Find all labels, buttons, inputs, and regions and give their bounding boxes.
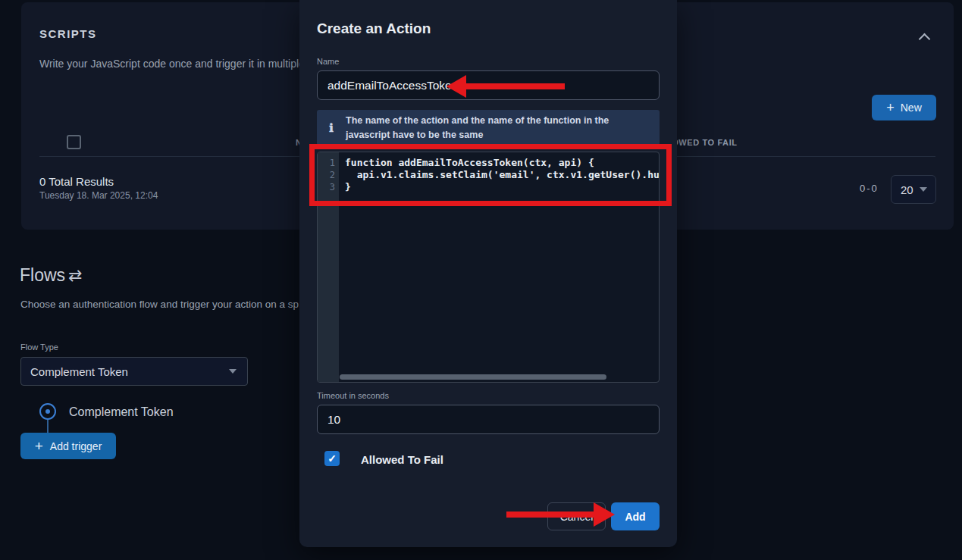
flow-type-selected-value: Complement Token [30,365,128,378]
new-script-button[interactable]: + New [872,95,936,120]
page-size-dropdown[interactable]: 20 [891,175,936,204]
flow-node-circle-icon [39,403,56,420]
scripts-card-description: Write your JavaScript code once and trig… [39,58,305,70]
create-action-modal: Create an Action Name ℹ The name of the … [299,0,677,547]
flow-type-select[interactable]: Complement Token [20,357,248,386]
horizontal-scrollbar[interactable] [340,374,606,380]
allowed-to-fail-checkbox[interactable]: ✓ [324,451,340,466]
annotation-box-code-editor [309,144,672,206]
caret-down-icon [229,369,237,374]
total-results-text: 0 Total Results [39,175,114,188]
new-script-button-label: New [901,102,922,114]
plus-icon: + [35,439,43,453]
annotation-arrow-add-button-head [594,502,615,527]
add-trigger-button-label: Add trigger [50,440,102,452]
info-icon: ℹ [317,121,346,135]
check-icon: ✓ [327,452,337,465]
info-banner: ℹ The name of the action and the name of… [317,110,660,145]
annotation-arrow-add-button [506,512,594,518]
add-button[interactable]: Add [611,502,660,530]
annotation-arrow-name-field [465,83,565,89]
modal-title: Create an Action [317,20,431,37]
add-trigger-button[interactable]: + Add trigger [20,433,116,459]
collapse-chevron-up-icon[interactable] [920,33,929,42]
flow-type-label: Flow Type [20,343,58,352]
select-all-checkbox[interactable] [67,135,81,149]
allowed-to-fail-label: Allowed To Fail [361,453,443,466]
app-screen: SCRIPTS Write your JavaScript code once … [0,0,962,560]
flows-section-description: Choose an authentication flow and trigge… [20,299,299,310]
swap-arrows-icon: ⇄ [68,266,82,286]
pagination-range: 0-0 [860,183,879,194]
timeout-field-label: Timeout in seconds [317,391,389,400]
plus-icon: + [886,101,895,114]
caret-down-icon [920,187,927,192]
flows-section-title: Flows [20,265,65,286]
page-size-value: 20 [901,183,913,196]
timeout-input[interactable] [317,405,660,434]
scripts-card-title: SCRIPTS [39,27,97,40]
flow-node-label: Complement Token [69,405,174,419]
info-banner-text: The name of the action and the name of t… [346,114,660,141]
last-updated-timestamp: Tuesday 18. Mar 2025, 12:04 [39,190,158,201]
annotation-arrow-name-field-head [447,75,466,98]
name-field-label: Name [317,57,339,66]
